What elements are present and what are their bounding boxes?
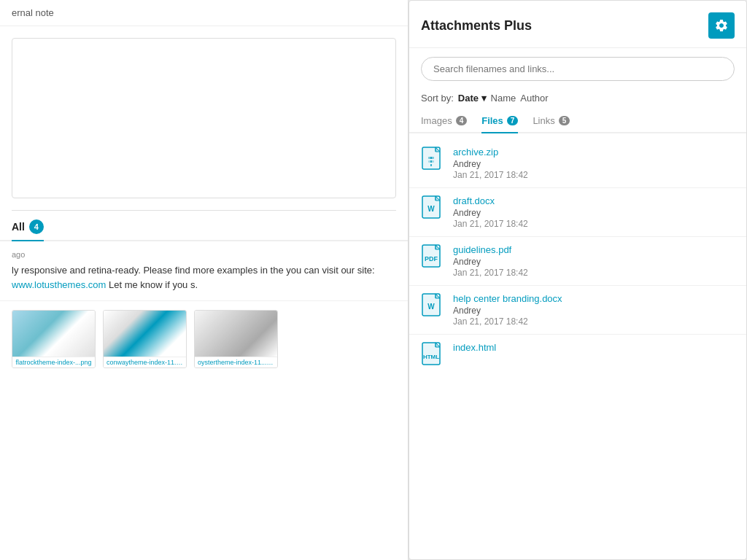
tab-images[interactable]: Images 4 (421, 109, 467, 133)
comment-section: ago ly responsive and retina-ready. Plea… (0, 241, 408, 301)
thumbnail-3[interactable]: oystertheme-index-11...png (194, 310, 278, 368)
thumb-img-2 (104, 311, 186, 357)
file-date-pdf: Jan 21, 2017 18:42 (453, 268, 735, 278)
file-date-docx1: Jan 21, 2017 18:42 (453, 219, 735, 229)
file-item-zip[interactable]: archive.zip Andrey Jan 21, 2017 18:42 (409, 139, 746, 188)
file-info-html: index.html (453, 342, 735, 354)
zip-file-icon (421, 147, 444, 174)
file-item-pdf[interactable]: PDF guidelines.pdf Andrey Jan 21, 2017 1… (409, 237, 746, 286)
file-info-zip: archive.zip Andrey Jan 21, 2017 18:42 (453, 147, 735, 180)
docx-file-icon-2: W (421, 293, 444, 321)
all-tab-area: All 4 (0, 211, 408, 241)
svg-text:PDF: PDF (425, 255, 438, 262)
tab-links-label: Links (533, 115, 554, 126)
pdf-file-icon: PDF (421, 244, 444, 272)
file-author-docx2: Andrey (453, 306, 735, 316)
file-item-html[interactable]: HTML index.html (409, 335, 746, 377)
search-input[interactable] (421, 57, 735, 81)
all-tab-badge: 4 (29, 219, 44, 234)
comment-link[interactable]: www.lotusthemes.com (12, 279, 106, 290)
file-item-docx2[interactable]: W help center branding.docx Andrey Jan 2… (409, 286, 746, 335)
sort-area: Sort by: Date ▾ Name Author (409, 90, 746, 109)
thumb-img-1 (12, 311, 95, 357)
attachments-header: Attachments Plus (409, 1, 746, 48)
svg-text:HTML: HTML (423, 354, 439, 360)
file-author-zip: Andrey (453, 159, 735, 169)
thumbnail-2[interactable]: conwaytheme-index-11...png (103, 310, 187, 368)
search-area (409, 48, 746, 90)
all-tab-label: All (12, 221, 25, 233)
sort-label: Sort by: (421, 93, 454, 104)
thumb-label-3: oystertheme-index-11...png (195, 357, 277, 368)
gear-button[interactable] (708, 12, 735, 39)
comment-text: ly responsive and retina-ready. Please f… (12, 263, 396, 292)
file-author-docx1: Andrey (453, 208, 735, 218)
file-author-pdf: Andrey (453, 257, 735, 267)
file-date-docx2: Jan 21, 2017 18:42 (453, 316, 735, 327)
file-name-html: index.html (453, 342, 735, 353)
file-name-docx1: draft.docx (453, 195, 735, 206)
file-date-zip: Jan 21, 2017 18:42 (453, 170, 735, 180)
file-info-docx1: draft.docx Andrey Jan 21, 2017 18:42 (453, 195, 735, 229)
tab-links-count: 5 (559, 116, 570, 125)
thumb-label-1: flatrocktheme-index-...png (12, 357, 95, 368)
tab-images-label: Images (421, 115, 452, 126)
comment-meta: ago (12, 250, 396, 259)
file-info-docx2: help center branding.docx Andrey Jan 21,… (453, 293, 735, 327)
note-textarea[interactable] (12, 38, 396, 198)
svg-text:W: W (427, 303, 435, 311)
files-list: archive.zip Andrey Jan 21, 2017 18:42 W … (409, 133, 746, 559)
left-panel: ernal note All 4 ago ly responsive and r… (0, 0, 409, 560)
tabs-area: Images 4 Files 7 Links 5 (409, 109, 746, 133)
all-tab[interactable]: All 4 (12, 219, 44, 241)
right-panel: Attachments Plus Sort by: Date ▾ Name Au… (409, 0, 747, 560)
sort-author[interactable]: Author (520, 93, 548, 104)
sort-name[interactable]: Name (491, 93, 516, 104)
sort-date[interactable]: Date ▾ (458, 93, 487, 104)
svg-text:W: W (427, 205, 435, 213)
thumbnails-row: flatrocktheme-index-...png conwaytheme-i… (0, 301, 408, 377)
tab-files[interactable]: Files 7 (481, 109, 518, 133)
file-name-pdf: guidelines.pdf (453, 244, 735, 255)
gear-icon (714, 18, 729, 33)
tab-files-label: Files (481, 115, 503, 126)
tab-links[interactable]: Links 5 (533, 109, 570, 133)
html-file-icon: HTML (421, 342, 444, 370)
tab-files-count: 7 (507, 116, 519, 125)
file-info-pdf: guidelines.pdf Andrey Jan 21, 2017 18:42 (453, 244, 735, 278)
file-name-docx2: help center branding.docx (453, 293, 735, 304)
internal-note-label: ernal note (0, 0, 408, 26)
attachments-title: Attachments Plus (421, 18, 532, 34)
thumb-img-3 (195, 311, 277, 357)
tab-images-count: 4 (456, 116, 468, 125)
file-name-zip: archive.zip (453, 147, 735, 158)
file-item-docx1[interactable]: W draft.docx Andrey Jan 21, 2017 18:42 (409, 188, 746, 237)
thumb-label-2: conwaytheme-index-11...png (104, 357, 186, 368)
thumbnail-1[interactable]: flatrocktheme-index-...png (12, 310, 96, 368)
docx-file-icon-1: W (421, 195, 444, 223)
